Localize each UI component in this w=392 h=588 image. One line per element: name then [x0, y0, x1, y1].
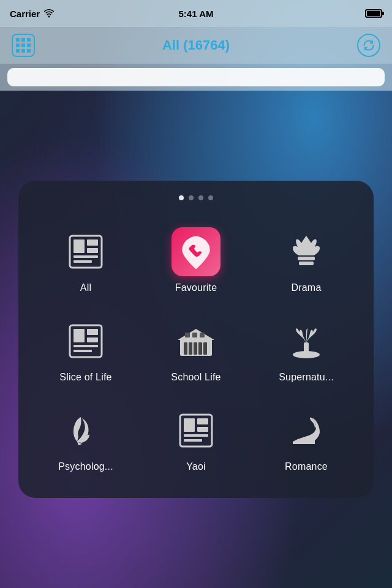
all-label: All: [80, 282, 91, 293]
svg-rect-13: [74, 350, 92, 352]
toolbar: All (16764): [0, 27, 392, 64]
svg-rect-4: [74, 255, 98, 258]
drama-label: Drama: [291, 282, 321, 293]
svg-rect-3: [87, 248, 98, 253]
page-title: All (16764): [162, 37, 230, 53]
dot-4: [208, 195, 213, 200]
svg-rect-9: [74, 329, 85, 342]
wifi-icon: [43, 9, 55, 18]
svg-rect-30: [184, 439, 202, 442]
svg-rect-17: [194, 342, 197, 355]
refresh-button[interactable]: [355, 32, 382, 59]
carrier-info: Carrier: [10, 9, 55, 19]
school-life-label: School Life: [171, 372, 221, 383]
dot-1: [179, 195, 184, 200]
grid-cell: [21, 43, 25, 47]
grid-cell: [27, 43, 31, 47]
romance-icon: [282, 406, 331, 455]
grid-cell: [16, 49, 20, 53]
svg-rect-29: [184, 434, 208, 437]
romance-label: Romance: [285, 461, 328, 472]
svg-rect-26: [184, 418, 195, 432]
heart-wrapper: [172, 227, 221, 276]
supernatural-icon: [282, 317, 331, 366]
battery-area: [365, 9, 382, 18]
categories-grid: All Favourite: [31, 219, 361, 481]
search-area: [0, 64, 392, 91]
svg-rect-1: [74, 239, 85, 253]
grid-icon: [12, 34, 35, 57]
psychology-icon: [61, 406, 110, 455]
grid-cell: [16, 38, 20, 42]
category-all[interactable]: All: [31, 219, 141, 302]
status-bar: Carrier 5:41 AM: [0, 0, 392, 27]
svg-rect-11: [87, 337, 98, 342]
svg-rect-28: [197, 427, 208, 432]
slice-of-life-icon: [61, 317, 110, 366]
svg-rect-6: [298, 257, 315, 260]
svg-rect-19: [203, 342, 207, 355]
carrier-label: Carrier: [10, 9, 40, 19]
svg-rect-22: [200, 333, 205, 337]
grid-cell: [21, 38, 25, 42]
category-romance[interactable]: Romance: [251, 398, 361, 481]
pagination-dots: [31, 195, 361, 200]
svg-rect-10: [87, 329, 98, 335]
grid-cell: [27, 49, 31, 53]
svg-rect-21: [192, 333, 197, 337]
svg-rect-20: [185, 333, 190, 337]
svg-rect-27: [197, 418, 208, 424]
categories-card: All Favourite: [18, 181, 374, 498]
category-favourite[interactable]: Favourite: [141, 219, 251, 302]
favourite-icon: [172, 227, 221, 276]
svg-rect-15: [184, 342, 187, 355]
slice-of-life-label: Slice of Life: [59, 372, 111, 383]
category-slice-of-life[interactable]: Slice of Life: [31, 308, 141, 391]
yaoi-label: Yaoi: [186, 461, 206, 472]
battery-fill: [367, 11, 380, 16]
grid-view-button[interactable]: [10, 32, 37, 59]
drama-icon: [282, 227, 331, 276]
svg-rect-5: [74, 260, 92, 263]
psychology-label: Psycholog...: [58, 461, 113, 472]
grid-cell: [27, 38, 31, 42]
svg-rect-18: [198, 342, 202, 355]
category-psychology[interactable]: Psycholog...: [31, 398, 141, 481]
yaoi-icon: [172, 406, 221, 455]
battery-icon: [365, 9, 382, 18]
main-content: All Favourite: [0, 91, 392, 588]
dot-3: [198, 195, 203, 200]
school-life-icon: [172, 317, 221, 366]
dot-2: [189, 195, 194, 200]
category-supernatural[interactable]: Supernatu...: [251, 308, 361, 391]
svg-rect-12: [74, 345, 98, 347]
search-bar[interactable]: [7, 68, 385, 86]
category-drama[interactable]: Drama: [251, 219, 361, 302]
grid-cell: [16, 43, 20, 47]
grid-cell: [21, 49, 25, 53]
refresh-icon: [357, 34, 380, 57]
svg-rect-7: [299, 262, 314, 265]
supernatural-label: Supernatu...: [279, 372, 334, 383]
all-icon: [61, 227, 110, 276]
favourite-label: Favourite: [175, 282, 217, 293]
status-time: 5:41 AM: [179, 9, 214, 19]
svg-rect-24: [304, 342, 309, 355]
svg-rect-16: [189, 342, 192, 355]
svg-rect-2: [87, 239, 98, 246]
category-school-life[interactable]: School Life: [141, 308, 251, 391]
category-yaoi[interactable]: Yaoi: [141, 398, 251, 481]
